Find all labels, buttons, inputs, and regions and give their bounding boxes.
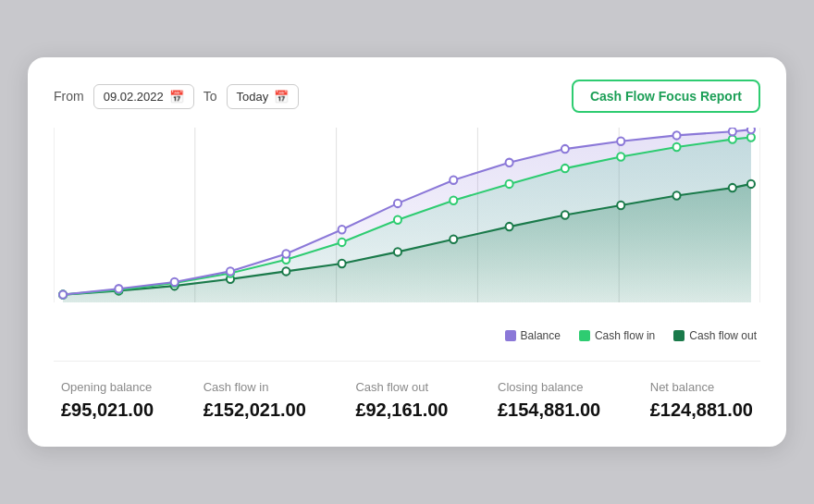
net-balance-value: £124,881.00 xyxy=(650,400,753,421)
dot xyxy=(450,236,457,243)
dot xyxy=(747,133,755,141)
dot xyxy=(339,226,346,233)
legend-balance: Balance xyxy=(505,329,561,342)
dot xyxy=(339,260,346,267)
main-card: From 09.02.2022 📅 To Today 📅 Cash Flow F… xyxy=(28,57,786,447)
dot xyxy=(561,165,569,172)
to-calendar-icon: 📅 xyxy=(274,90,289,104)
closing-balance-label: Closing balance xyxy=(498,380,600,394)
dot xyxy=(394,248,401,255)
dot xyxy=(729,128,736,135)
dot xyxy=(673,191,681,199)
dot xyxy=(747,128,755,133)
chart-area xyxy=(54,128,760,322)
cash-flow-out-legend-label: Cash flow out xyxy=(689,329,757,342)
chart-svg xyxy=(54,128,760,322)
dot xyxy=(394,200,401,207)
chart-legend: Balance Cash flow in Cash flow out xyxy=(54,329,760,342)
dot xyxy=(673,143,681,151)
cash-flow-in-stat-label: Cash flow in xyxy=(204,380,306,394)
report-button[interactable]: Cash Flow Focus Report xyxy=(572,80,760,113)
dot xyxy=(115,285,122,292)
dot xyxy=(561,211,569,218)
dot xyxy=(506,223,513,230)
dot xyxy=(450,197,457,204)
to-date-value: Today xyxy=(237,90,269,104)
balance-legend-label: Balance xyxy=(521,329,561,342)
dot xyxy=(227,267,234,275)
from-date-input[interactable]: 09.02.2022 📅 xyxy=(93,84,194,109)
dot xyxy=(729,184,736,191)
to-label: To xyxy=(204,89,217,104)
dot xyxy=(506,180,513,188)
dot xyxy=(617,202,624,209)
cash-flow-in-legend-label: Cash flow in xyxy=(595,329,655,342)
opening-balance-value: £95,021.00 xyxy=(61,400,154,421)
cash-flow-out-legend-dot xyxy=(673,330,684,341)
dot xyxy=(747,180,755,188)
from-label: From xyxy=(54,89,84,104)
to-date-input[interactable]: Today 📅 xyxy=(227,84,300,109)
cash-flow-in-stat-value: £152,021.00 xyxy=(204,400,306,421)
cash-flow-in-stat: Cash flow in £152,021.00 xyxy=(204,380,306,421)
dot xyxy=(450,177,457,184)
cash-flow-in-legend-dot xyxy=(579,330,590,341)
dot xyxy=(561,145,569,153)
dot xyxy=(282,250,290,257)
cash-flow-out-stat-label: Cash flow out xyxy=(355,380,448,394)
dot xyxy=(282,267,290,275)
dot xyxy=(673,131,681,139)
net-balance-stat: Net balance £124,881.00 xyxy=(650,380,753,421)
legend-cash-flow-in: Cash flow in xyxy=(579,329,655,342)
dot xyxy=(394,216,401,224)
dot xyxy=(729,135,736,142)
from-calendar-icon: 📅 xyxy=(169,90,184,104)
dot xyxy=(339,239,346,246)
stats-row: Opening balance £95,021.00 Cash flow in … xyxy=(54,380,760,421)
opening-balance-label: Opening balance xyxy=(61,380,154,394)
net-balance-label: Net balance xyxy=(650,380,753,394)
closing-balance-value: £154,881.00 xyxy=(498,400,600,421)
dot xyxy=(617,138,624,145)
from-date-value: 09.02.2022 xyxy=(104,90,164,104)
legend-cash-flow-out: Cash flow out xyxy=(673,329,757,342)
closing-balance-stat: Closing balance £154,881.00 xyxy=(498,380,600,421)
dot xyxy=(59,290,67,298)
date-filter: From 09.02.2022 📅 To Today 📅 xyxy=(54,84,299,109)
balance-legend-dot xyxy=(505,330,516,341)
dot xyxy=(617,153,624,160)
toolbar: From 09.02.2022 📅 To Today 📅 Cash Flow F… xyxy=(54,80,760,113)
cash-flow-out-stat: Cash flow out £92,161.00 xyxy=(355,380,448,421)
cash-flow-out-stat-value: £92,161.00 xyxy=(355,400,448,421)
dot xyxy=(506,159,513,166)
dot xyxy=(171,278,179,286)
opening-balance-stat: Opening balance £95,021.00 xyxy=(61,380,154,421)
divider xyxy=(54,361,760,362)
